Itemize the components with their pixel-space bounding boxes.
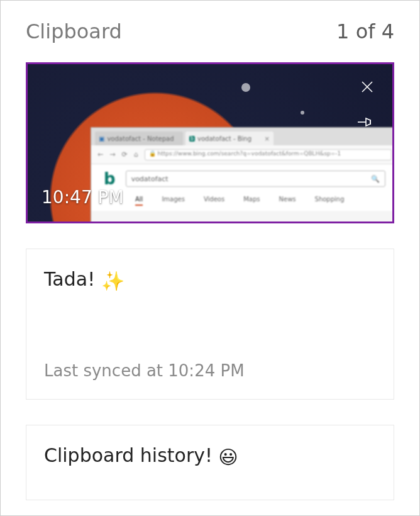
sync-status: Last synced at 10:24 PM	[44, 361, 376, 380]
item-timestamp: 10:47 PM	[41, 187, 124, 208]
clipboard-item-text[interactable]: Clipboard history! 😃	[26, 425, 394, 500]
pin-button[interactable]	[356, 113, 379, 131]
clipboard-header: Clipboard 1 of 4	[1, 1, 419, 50]
item-counter: 1 of 4	[336, 20, 394, 43]
delete-button[interactable]	[356, 76, 379, 98]
clipboard-list[interactable]: ▣vodatofact - Notepad bvodatofact - Bing…	[1, 50, 419, 515]
panel-title: Clipboard	[26, 20, 122, 43]
clipboard-text: Tada! ✨	[44, 268, 376, 292]
close-icon	[360, 79, 375, 94]
clipboard-item-text[interactable]: Tada! ✨ Last synced at 10:24 PM	[26, 249, 394, 400]
grinning-face-icon: 😃	[219, 446, 238, 468]
pin-icon	[358, 116, 377, 128]
clipboard-item-image[interactable]: ▣vodatofact - Notepad bvodatofact - Bing…	[26, 62, 394, 223]
sparkles-icon: ✨	[101, 270, 124, 292]
clipboard-text: Clipboard history! 😃	[44, 444, 376, 468]
